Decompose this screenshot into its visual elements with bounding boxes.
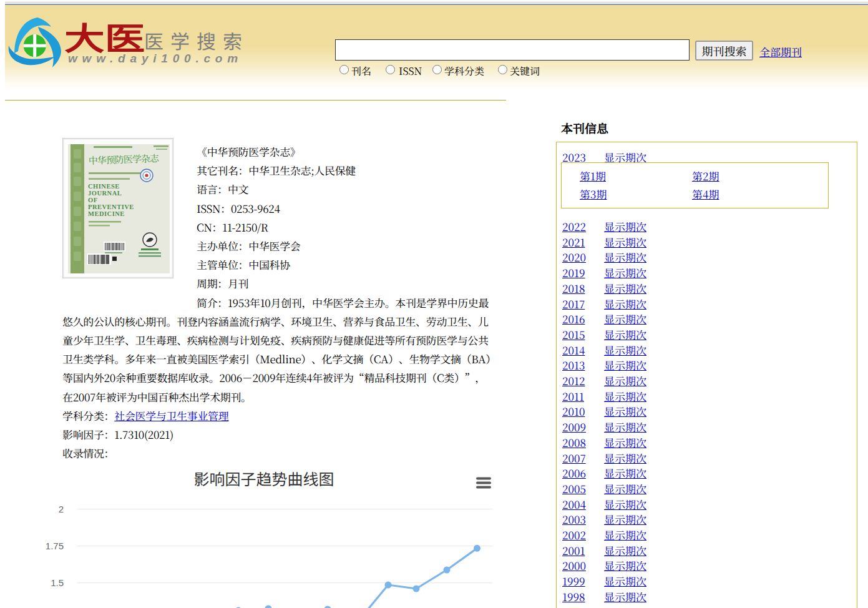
svg-text:2: 2 bbox=[59, 504, 64, 514]
svg-text:1.5: 1.5 bbox=[51, 577, 64, 588]
svg-text:影响因子趋势曲线图: 影响因子趋势曲线图 bbox=[193, 467, 334, 489]
svg-text:1.75: 1.75 bbox=[46, 541, 64, 551]
